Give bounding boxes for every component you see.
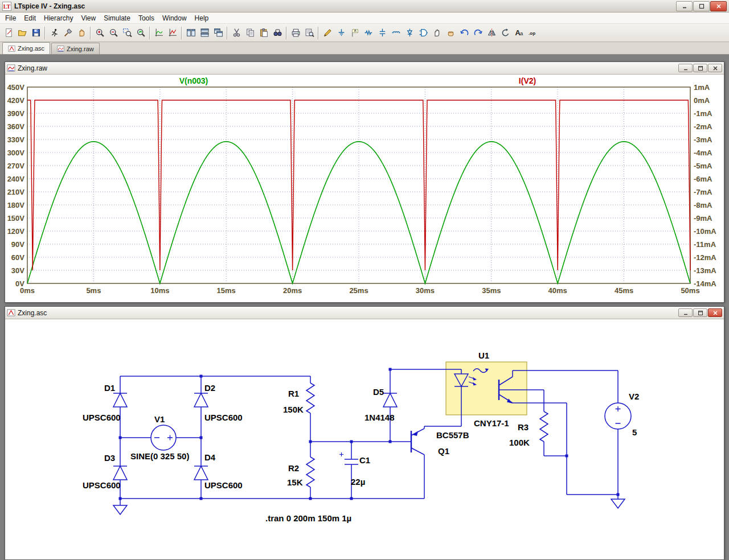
menu-file[interactable]: File: [1, 13, 20, 23]
svg-text:I(V2): I(V2): [519, 76, 536, 85]
save-icon[interactable]: [29, 26, 43, 40]
plot-settings-icon[interactable]: [166, 26, 179, 40]
find-icon[interactable]: [271, 26, 284, 40]
svg-text:270V: 270V: [7, 162, 25, 170]
diode-icon[interactable]: [403, 26, 416, 40]
label-d4-value[interactable]: UPSC600: [204, 480, 243, 490]
label-r2-name[interactable]: R2: [288, 463, 299, 473]
mirror-icon[interactable]: [485, 26, 498, 40]
resistor-icon[interactable]: [362, 26, 375, 40]
waveform-window[interactable]: Zxing.raw 450V420V390V360V330V300V270V24…: [5, 61, 724, 303]
halt-icon[interactable]: [75, 26, 88, 40]
label-spice-directive[interactable]: .tran 0 200m 150m 1µ: [265, 513, 351, 523]
waveform-close-button[interactable]: [708, 64, 722, 72]
zoom-full-extents-icon[interactable]: [134, 26, 148, 40]
svg-text:10ms: 10ms: [150, 286, 169, 295]
cascade-windows-icon[interactable]: [211, 26, 225, 40]
label-v1-value[interactable]: SINE(0 325 50): [130, 451, 189, 461]
print-icon[interactable]: [289, 26, 302, 40]
app-titlebar[interactable]: LT LTspice IV - Zxing.asc: [0, 0, 729, 13]
copy-icon[interactable]: [243, 26, 257, 40]
label-v2-name[interactable]: V2: [629, 392, 639, 401]
inductor-icon[interactable]: [389, 26, 403, 40]
new-schematic-icon[interactable]: [2, 26, 15, 40]
ground-icon[interactable]: [334, 26, 348, 40]
capacitor-icon[interactable]: [375, 26, 389, 40]
text-icon[interactable]: Aa: [512, 26, 526, 40]
label-q1-value[interactable]: BC557B: [436, 430, 469, 440]
menu-view[interactable]: View: [77, 13, 100, 23]
paste-icon[interactable]: [257, 26, 271, 40]
label-d1-name[interactable]: D1: [104, 383, 115, 393]
autorange-y-icon[interactable]: [152, 26, 166, 40]
menu-simulate[interactable]: Simulate: [100, 13, 134, 23]
waveform-window-titlebar[interactable]: Zxing.raw: [5, 62, 724, 75]
app-close-button[interactable]: [710, 1, 727, 11]
spice-directive-icon[interactable]: .op: [526, 26, 539, 40]
undo-icon[interactable]: [457, 26, 471, 40]
schematic-maximize-button[interactable]: [693, 308, 707, 317]
wire-icon[interactable]: [321, 26, 334, 40]
app-minimize-button[interactable]: [676, 1, 693, 11]
label-net-icon[interactable]: A: [348, 26, 362, 40]
tile-vertical-icon[interactable]: [184, 26, 198, 40]
label-d5-value[interactable]: 1N4148: [364, 413, 395, 422]
label-r1-value[interactable]: 150K: [283, 405, 304, 414]
label-r2-value[interactable]: 15K: [287, 477, 303, 487]
waveform-maximize-button[interactable]: [693, 64, 707, 72]
waveform-plot-area[interactable]: 450V420V390V360V330V300V270V240V210V180V…: [5, 75, 724, 302]
label-r3-value[interactable]: 100K: [509, 438, 530, 447]
control-panel-icon[interactable]: [61, 26, 75, 40]
tab-zxing-asc[interactable]: Zxing.asc: [2, 42, 50, 54]
svg-text:360V: 360V: [7, 122, 25, 131]
run-icon[interactable]: [47, 26, 61, 40]
waveform-plot[interactable]: 450V420V390V360V330V300V270V240V210V180V…: [5, 75, 724, 302]
cut-icon[interactable]: [230, 26, 243, 40]
redo-icon[interactable]: [471, 26, 485, 40]
label-d5-name[interactable]: D5: [373, 387, 384, 397]
label-v2-value[interactable]: 5: [632, 427, 637, 437]
tile-horizontal-icon[interactable]: [198, 26, 211, 40]
component-icon[interactable]: [416, 26, 430, 40]
drag-icon[interactable]: [444, 26, 457, 40]
label-d2-value[interactable]: UPSC600: [204, 413, 243, 422]
label-d4-name[interactable]: D4: [204, 452, 216, 462]
schematic-close-button[interactable]: [708, 308, 722, 317]
schematic-window-titlebar[interactable]: Zxing.asc: [5, 307, 724, 319]
menu-tools[interactable]: Tools: [134, 13, 158, 23]
label-v1-name[interactable]: V1: [154, 414, 165, 424]
label-d3-value[interactable]: UPSC600: [83, 480, 121, 490]
schematic-minimize-button[interactable]: [678, 308, 693, 317]
schematic-window[interactable]: Zxing.asc: [5, 306, 724, 560]
label-c1-name[interactable]: C1: [359, 455, 370, 465]
zoom-area-icon[interactable]: [120, 26, 134, 40]
menu-hierarchy[interactable]: Hierarchy: [40, 13, 77, 23]
open-icon[interactable]: [15, 26, 29, 40]
app-maximize-button[interactable]: [693, 1, 710, 11]
label-d3-name[interactable]: D3: [104, 453, 115, 463]
svg-text:300V: 300V: [7, 149, 25, 157]
label-u1-name[interactable]: U1: [478, 351, 489, 360]
label-c1-value[interactable]: 22µ: [351, 477, 365, 487]
move-icon[interactable]: [430, 26, 444, 40]
menu-window[interactable]: Window: [158, 13, 191, 23]
menu-help[interactable]: Help: [191, 13, 213, 23]
label-r3-name[interactable]: R3: [518, 422, 529, 432]
tab-zxing-raw[interactable]: Zxing.raw: [51, 43, 100, 54]
rotate-icon[interactable]: [498, 26, 512, 40]
menu-edit[interactable]: Edit: [20, 13, 40, 23]
print-preview-icon[interactable]: [302, 26, 316, 40]
schematic-canvas-area[interactable]: D1 UPSC600 D2 UPSC600 D3 UPSC600 D4 UPSC…: [5, 319, 724, 559]
waveform-minimize-button[interactable]: [678, 64, 693, 72]
schematic-canvas[interactable]: D1 UPSC600 D2 UPSC600 D3 UPSC600 D4 UPSC…: [5, 319, 724, 559]
label-d2-name[interactable]: D2: [204, 383, 215, 393]
zoom-back-icon[interactable]: [107, 26, 120, 40]
label-r1-name[interactable]: R1: [288, 389, 299, 398]
label-u1-value[interactable]: CNY17-1: [474, 418, 509, 428]
label-q1-name[interactable]: Q1: [438, 446, 449, 456]
svg-text:20ms: 20ms: [283, 286, 302, 295]
svg-text:35ms: 35ms: [482, 286, 501, 295]
label-d1-value[interactable]: UPSC600: [83, 413, 121, 422]
zoom-in-icon[interactable]: [93, 26, 107, 40]
svg-text:0mA: 0mA: [694, 96, 710, 105]
